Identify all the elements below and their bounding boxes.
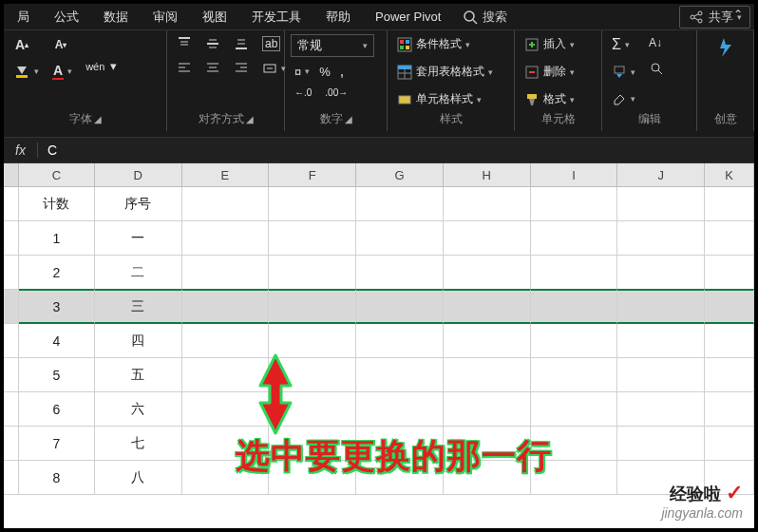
- table-row[interactable]: 8八: [4, 461, 754, 495]
- cell[interactable]: [269, 256, 356, 290]
- cell[interactable]: [182, 256, 270, 290]
- tab-developer[interactable]: 开发工具: [242, 5, 311, 29]
- number-group-label[interactable]: 数字 ◢: [291, 109, 381, 129]
- column-header[interactable]: F: [269, 163, 356, 186]
- cell[interactable]: [531, 427, 618, 461]
- cell[interactable]: [182, 324, 270, 358]
- search-button[interactable]: 搜索: [456, 9, 513, 26]
- cell[interactable]: [269, 392, 356, 427]
- table-row[interactable]: 4四: [4, 324, 754, 358]
- cell[interactable]: [269, 324, 356, 358]
- cell[interactable]: [444, 358, 531, 392]
- align-top-button[interactable]: [173, 34, 196, 53]
- cell[interactable]: 2: [19, 256, 95, 290]
- format-as-table-button[interactable]: 套用表格格式▾: [393, 62, 497, 82]
- cell[interactable]: [617, 324, 705, 358]
- fx-button[interactable]: fx: [4, 142, 38, 158]
- cell[interactable]: [444, 256, 531, 290]
- table-row[interactable]: 7七: [4, 427, 754, 461]
- cell[interactable]: 5: [19, 358, 95, 392]
- cell[interactable]: [705, 461, 754, 495]
- cell[interactable]: 4: [19, 324, 95, 358]
- ideas-button[interactable]: [711, 34, 741, 61]
- cell[interactable]: [705, 324, 754, 358]
- cell[interactable]: [531, 461, 618, 495]
- conditional-format-button[interactable]: 条件格式▾: [393, 34, 497, 54]
- cell[interactable]: [617, 256, 705, 290]
- cell[interactable]: 四: [95, 324, 182, 358]
- cell[interactable]: [531, 256, 618, 290]
- column-header[interactable]: D: [95, 163, 182, 186]
- cell[interactable]: 三: [95, 289, 182, 324]
- cell[interactable]: 七: [95, 427, 182, 461]
- cell[interactable]: [705, 256, 754, 290]
- cell[interactable]: 1: [19, 221, 95, 256]
- cell[interactable]: [182, 427, 270, 461]
- cell[interactable]: [356, 256, 444, 290]
- cell[interactable]: 六: [95, 392, 182, 427]
- sort-filter-button[interactable]: A↓: [645, 34, 668, 51]
- cell[interactable]: [182, 221, 270, 256]
- cell[interactable]: 五: [95, 358, 182, 392]
- cell[interactable]: [531, 187, 618, 221]
- tab-powerpivot[interactable]: Power Pivot: [366, 6, 450, 28]
- font-color-button[interactable]: A▾: [48, 61, 76, 82]
- tab-review[interactable]: 审阅: [143, 5, 187, 29]
- cell[interactable]: [531, 289, 618, 324]
- cell[interactable]: [269, 358, 356, 392]
- autosum-button[interactable]: Σ▾: [608, 34, 639, 55]
- format-cells-button[interactable]: 格式▾: [521, 89, 578, 109]
- increase-decimal-button[interactable]: ←.0: [291, 86, 315, 100]
- cell[interactable]: [269, 427, 356, 461]
- cell[interactable]: [617, 187, 705, 221]
- table-row[interactable]: 计数序号: [4, 187, 754, 221]
- cell[interactable]: [531, 221, 618, 256]
- fill-button[interactable]: ▾: [608, 63, 639, 82]
- cell[interactable]: [182, 187, 270, 221]
- cell[interactable]: [356, 427, 444, 461]
- cell[interactable]: [356, 187, 444, 221]
- cell[interactable]: [705, 221, 754, 256]
- cell[interactable]: [356, 324, 444, 358]
- font-size-increase-button[interactable]: A▴: [9, 34, 43, 55]
- column-header[interactable]: I: [531, 163, 618, 186]
- tab-formulas[interactable]: 公式: [45, 5, 88, 29]
- cell[interactable]: [705, 289, 754, 324]
- table-row[interactable]: 1一: [4, 221, 754, 256]
- tab-view[interactable]: 视图: [193, 5, 237, 29]
- tab-layout[interactable]: 局: [8, 5, 39, 29]
- cell[interactable]: [617, 461, 705, 495]
- cell[interactable]: [356, 289, 444, 324]
- cell-styles-button[interactable]: 单元格样式▾: [393, 89, 497, 109]
- cell[interactable]: 计数: [19, 187, 95, 221]
- cell[interactable]: [531, 392, 618, 427]
- collapse-ribbon-button[interactable]: ⌃: [733, 8, 743, 21]
- insert-cells-button[interactable]: 插入▾: [521, 34, 578, 54]
- align-right-button[interactable]: [230, 59, 253, 78]
- cell[interactable]: [356, 221, 444, 256]
- fill-color-button[interactable]: ▾: [9, 61, 43, 82]
- table-row[interactable]: 2二: [4, 256, 754, 290]
- cell[interactable]: [444, 289, 531, 324]
- cell[interactable]: 6: [19, 392, 95, 427]
- table-row[interactable]: 3三: [4, 290, 754, 324]
- cell[interactable]: [356, 358, 444, 392]
- number-format-select[interactable]: 常规▾: [291, 34, 374, 57]
- cell[interactable]: [356, 461, 444, 495]
- tab-help[interactable]: 帮助: [316, 5, 360, 29]
- cell[interactable]: [705, 427, 754, 461]
- cell[interactable]: [182, 289, 270, 324]
- cell[interactable]: [356, 392, 444, 427]
- cell[interactable]: [531, 358, 618, 392]
- cell[interactable]: 八: [95, 461, 182, 495]
- cell[interactable]: [617, 427, 705, 461]
- cell[interactable]: 8: [19, 461, 95, 495]
- cell[interactable]: [617, 358, 705, 392]
- percent-button[interactable]: %: [315, 61, 334, 82]
- cell[interactable]: [182, 461, 270, 495]
- column-header[interactable]: J: [617, 163, 705, 186]
- cell[interactable]: [531, 324, 618, 358]
- cell[interactable]: [444, 221, 531, 256]
- font-size-decrease-button[interactable]: A▾: [48, 34, 76, 55]
- delete-cells-button[interactable]: 删除▾: [521, 62, 578, 82]
